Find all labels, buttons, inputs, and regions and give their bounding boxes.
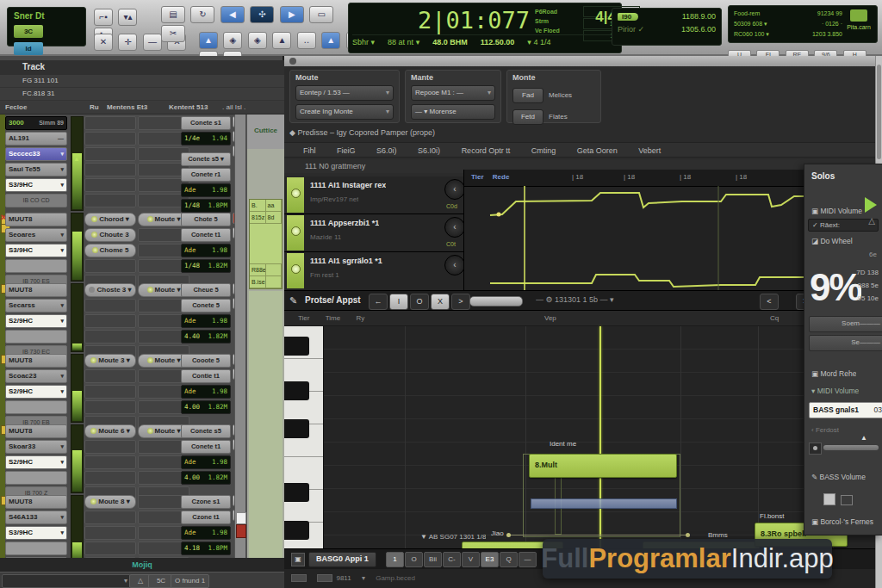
empty-slot[interactable] bbox=[5, 471, 67, 485]
empty-slot[interactable] bbox=[5, 259, 67, 273]
zoom-fit-icon[interactable]: ✛ bbox=[118, 34, 137, 51]
secondary-counter[interactable]: 112.50.00 bbox=[481, 38, 515, 46]
menu-item[interactable]: S6.0i) bbox=[376, 146, 397, 155]
window-dot-icon[interactable] bbox=[289, 58, 296, 65]
selector-tool-icon[interactable]: ◈ bbox=[223, 32, 242, 49]
mord-rehe-item[interactable]: ▣ Mord Rehe bbox=[804, 364, 856, 378]
create-button[interactable]: Conete s5 bbox=[181, 424, 231, 438]
timeline-mode-dropdown[interactable]: Sbhr bbox=[352, 38, 369, 46]
meter-value[interactable]: 4 1/4 bbox=[533, 38, 550, 46]
percent-readout[interactable]: 9% bbox=[810, 266, 861, 309]
tempo-value[interactable]: 48.0 BHM bbox=[432, 38, 468, 46]
midi-note[interactable]: 8.Mult bbox=[529, 454, 677, 478]
location-readout[interactable]: — ⚙ 131301 1 5b — ▾ bbox=[536, 295, 614, 304]
clip-list-header[interactable]: Cuttice bbox=[247, 115, 284, 149]
black-key[interactable] bbox=[284, 419, 309, 438]
dropdown[interactable]: Repooe M1 : —▾ bbox=[411, 85, 495, 101]
tool-button[interactable]: V bbox=[462, 552, 480, 567]
zoom-out-x-icon[interactable]: ✕ bbox=[94, 34, 113, 51]
track-enable-dot[interactable] bbox=[291, 226, 301, 236]
solos-header[interactable]: Solos bbox=[804, 164, 882, 181]
nudge-down-icon[interactable]: ▾▴ bbox=[118, 9, 137, 26]
grabber-tool-icon[interactable]: ◈ bbox=[248, 32, 267, 49]
track-name-selected[interactable]: Seccec33▾ bbox=[5, 147, 67, 161]
slider-marker-icon[interactable]: ▲ bbox=[860, 434, 867, 442]
mute-dropdown[interactable]: Moute 3 ▾ bbox=[84, 354, 136, 368]
bass-name-input[interactable]: BASS gnals103 bbox=[809, 402, 882, 418]
fad-button[interactable]: Fad bbox=[512, 88, 543, 103]
chord-option-button[interactable]: Chome 5 bbox=[84, 244, 136, 257]
zoom-slider[interactable] bbox=[469, 296, 523, 306]
track-name-field[interactable]: Skoar33▾ bbox=[5, 440, 67, 454]
forward-icon[interactable]: ▶ bbox=[280, 6, 304, 23]
line-endpoint-dot[interactable] bbox=[686, 533, 690, 537]
slip-mode-icon[interactable]: ▭ bbox=[309, 6, 333, 23]
zoom-minus-icon[interactable]: — bbox=[143, 34, 162, 51]
chord-dropdown[interactable]: Chorod ▾ bbox=[84, 213, 136, 226]
create-button[interactable]: Cheue 5 bbox=[181, 283, 231, 297]
dots-icon[interactable]: ‥ bbox=[297, 32, 316, 49]
forward-tool-button[interactable]: > bbox=[451, 294, 470, 310]
loop-tool-button[interactable]: O bbox=[410, 294, 429, 310]
window-title-strip[interactable] bbox=[284, 56, 882, 66]
track-list-item[interactable]: FC.818 31 bbox=[0, 88, 284, 101]
rewind-icon[interactable]: ◀ bbox=[220, 6, 245, 23]
menu-item[interactable]: Vebert bbox=[638, 146, 661, 155]
snap-grid-button[interactable]: 3C bbox=[14, 25, 43, 38]
io-selector[interactable]: S3/9HC▾ bbox=[5, 244, 67, 257]
ruler-tab[interactable]: Rede bbox=[493, 173, 510, 181]
volume-slider[interactable]: ▲ bbox=[809, 442, 879, 454]
clip-cells[interactable]: B. Ih.aa 815z8d R88e B.ise bbox=[249, 199, 283, 289]
create-button[interactable]: Conete t1 bbox=[181, 440, 231, 454]
track-name-field[interactable]: Scoac23▾ bbox=[5, 369, 67, 383]
spot-mode-icon[interactable]: ✣ bbox=[250, 6, 274, 23]
dropdown[interactable]: — ▾ Morense bbox=[411, 104, 495, 120]
create-button[interactable]: Chote 5 bbox=[181, 213, 231, 226]
group-dropdown[interactable]: ▾ bbox=[2, 574, 131, 588]
menu-item[interactable]: Fihl bbox=[303, 146, 316, 155]
active-track-button[interactable]: BASG0 Appi 1 bbox=[308, 552, 376, 567]
slider-mode-box[interactable] bbox=[809, 443, 822, 455]
track-list-item[interactable]: FG 311 101 bbox=[0, 75, 284, 88]
black-key[interactable] bbox=[284, 521, 309, 540]
create-s5-dropdown[interactable]: Conete s5 ▾ bbox=[181, 152, 231, 166]
inserts-grid[interactable] bbox=[84, 116, 136, 209]
delete-tool-button[interactable]: X bbox=[431, 294, 450, 310]
create-r1-button[interactable]: Conete r1 bbox=[181, 168, 231, 182]
target-box-icon[interactable]: ▣ bbox=[291, 553, 305, 566]
chord-dropdown[interactable]: Choste 3 ▾ bbox=[84, 283, 136, 297]
black-key[interactable] bbox=[284, 381, 309, 400]
fetd-button[interactable]: Fetd bbox=[512, 109, 543, 125]
scissors-tool-icon[interactable]: ✂ bbox=[161, 25, 185, 42]
empty-slot[interactable] bbox=[5, 330, 67, 344]
back-tool-button[interactable]: ← bbox=[369, 294, 388, 310]
prev-button[interactable]: ‹ bbox=[444, 217, 465, 238]
io-selector[interactable]: S2/9HC▾ bbox=[5, 385, 67, 399]
create-button[interactable]: Czone t1 bbox=[181, 511, 231, 524]
pre-roll-tag[interactable]: I90 bbox=[618, 13, 638, 21]
mute-dropdown[interactable]: Moute 8 ▾ bbox=[84, 495, 136, 509]
se-button[interactable]: Se——— bbox=[809, 335, 882, 351]
do-wheel-item[interactable]: ◪ Do Wheel bbox=[804, 232, 882, 245]
sub-counter-dropdown[interactable]: 88 at nt bbox=[388, 38, 413, 46]
scrollbar-thumb[interactable] bbox=[877, 65, 881, 159]
menu-item[interactable]: Record Optr tt bbox=[462, 146, 511, 155]
empty-slot[interactable] bbox=[5, 400, 67, 414]
io-selector[interactable]: S3/9HC▾ bbox=[5, 526, 67, 540]
tool-button[interactable]: 1 bbox=[386, 552, 404, 567]
mute-button[interactable]: MUUT8 bbox=[5, 424, 67, 438]
track-name-field[interactable]: Secarss▾ bbox=[5, 299, 67, 313]
create-button[interactable]: Cooote 5 bbox=[181, 354, 231, 368]
scrub-tool-icon[interactable]: ▲ bbox=[272, 32, 291, 49]
prev-button[interactable]: ‹ bbox=[444, 179, 465, 200]
mute-dropdown[interactable]: Moute 6 ▾ bbox=[84, 424, 136, 438]
fader-cap-icon[interactable]: ▲ bbox=[73, 155, 80, 163]
snap-rel-button[interactable]: Id bbox=[14, 42, 43, 55]
post-roll-label[interactable]: Pirior ✓ bbox=[618, 25, 644, 34]
trim-tool-icon[interactable]: ▲ bbox=[199, 32, 218, 49]
menu-item[interactable]: FieiG bbox=[337, 146, 356, 155]
nudge-back-icon[interactable]: ⌐▪ bbox=[94, 9, 113, 26]
midi-volume-section[interactable]: ▾ MIDI Volume bbox=[804, 381, 859, 395]
mute-button[interactable]: MUUT8 bbox=[5, 213, 67, 226]
select-tool-button[interactable]: I bbox=[389, 294, 408, 310]
